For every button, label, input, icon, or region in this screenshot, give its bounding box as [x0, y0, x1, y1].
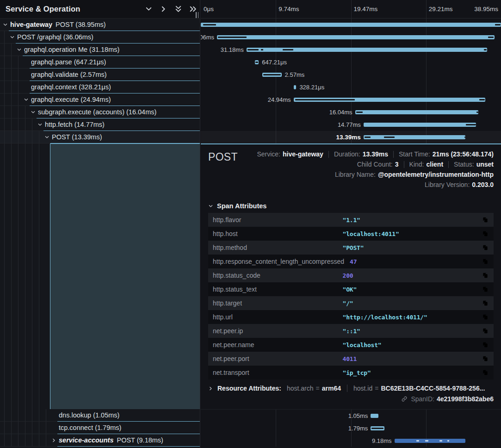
indent-guide [46, 434, 46, 447]
meta-label: Service: [257, 150, 280, 158]
copy-button[interactable] [482, 341, 489, 348]
chevron-down-icon[interactable] [24, 97, 29, 102]
attribute-value: "POST" [343, 244, 477, 251]
span-bar[interactable] [371, 414, 378, 418]
tree-row[interactable]: dns.lookup (1.05ms) [0, 409, 200, 422]
attribute-row: net.peer.ip"::1" [208, 324, 494, 338]
tree-row[interactable]: http.fetch (14.77ms) [0, 118, 200, 131]
copy-button[interactable] [482, 327, 489, 335]
tree-row[interactable]: graphql.parse (647.21μs) [0, 56, 200, 68]
timeline-row: 24.94ms [201, 93, 501, 106]
chevron-down-icon[interactable] [3, 22, 8, 27]
chevron-down-icon[interactable] [44, 135, 49, 140]
span-name: service-accountsPOST (9.18ms) [59, 436, 163, 444]
copy-button[interactable] [482, 355, 489, 362]
chevron-down-icon[interactable] [10, 35, 15, 40]
child-span-stripe [479, 99, 485, 100]
span-bar[interactable] [201, 23, 501, 27]
indent-guide [11, 409, 12, 422]
chevron-down-icon[interactable] [37, 122, 43, 127]
chevrons-down-icon[interactable] [174, 5, 182, 13]
attribute-key: net.peer.ip [213, 327, 343, 335]
span-attributes-header[interactable]: Span Attributes [208, 202, 494, 210]
tree-row[interactable]: subgraph.execute (accounts) (16.04ms) [0, 106, 200, 118]
selected-span-block-row [0, 143, 200, 409]
copy-button[interactable] [482, 216, 489, 224]
indent-guide [18, 56, 19, 68]
child-span-stripe [466, 124, 476, 125]
meta-label: Duration: [334, 150, 360, 158]
tree-row[interactable]: graphql.execute (24.94ms) [0, 93, 200, 106]
copy-button[interactable] [482, 369, 489, 376]
meta-label: Library Name: [335, 171, 376, 178]
chevron-right-icon[interactable] [51, 438, 56, 443]
span-bar[interactable] [355, 110, 478, 114]
resource-attributes-row[interactable]: Resource Attributes: host.arch=arm64host… [208, 385, 494, 392]
indent-guide [39, 422, 39, 434]
span-bar[interactable] [364, 123, 476, 127]
tree-row[interactable]: tcp.connect (1.79ms) [0, 422, 200, 434]
copy-button[interactable] [482, 313, 489, 321]
span-bar[interactable] [294, 85, 297, 89]
copy-button[interactable] [482, 286, 489, 293]
indent-guide [25, 118, 25, 131]
span-bar[interactable] [217, 35, 495, 39]
chevron-right-icon[interactable] [160, 5, 167, 13]
attribute-key: http.target [213, 299, 343, 307]
operation-name: graphql.execute (24.94ms) [31, 96, 111, 103]
indent-guide [11, 422, 12, 434]
timeline-row [201, 19, 501, 31]
attribute-row: http.status_code200 [208, 268, 494, 282]
indent-guide [11, 118, 12, 131]
tree-panel-header: Service & Operation [0, 0, 200, 19]
timeline-row: 31.18ms [201, 44, 501, 56]
chevron-down-icon[interactable] [31, 110, 36, 115]
tree-row[interactable]: service-accountsPOST (9.18ms) [0, 434, 200, 447]
operation-name: POST (38.95ms) [56, 21, 106, 28]
timeline-rows-top: 36.06ms31.18ms647.21μs2.57ms328.21μs24.9… [201, 19, 501, 143]
tree-row[interactable]: hive-gatewayPOST (38.95ms) [0, 19, 200, 31]
panel-resize-handle[interactable] [195, 12, 199, 18]
span-bar[interactable] [395, 439, 466, 443]
copy-button[interactable] [482, 230, 489, 237]
copy-button[interactable] [482, 272, 489, 279]
timeline-row: 2.57ms [201, 68, 501, 81]
copy-button[interactable] [482, 244, 489, 251]
indent-guide [18, 434, 19, 447]
indent-guide [32, 434, 32, 447]
chevron-down-icon[interactable] [17, 47, 22, 52]
copy-button[interactable] [482, 299, 489, 307]
span-duration-label: 16.04ms [329, 106, 353, 118]
indent-guide [11, 106, 12, 118]
indent-guide [18, 68, 19, 81]
gutter-separator [0, 446, 57, 447]
timeline-row: 1.79ms [201, 422, 501, 435]
selected-span-highlight[interactable] [50, 143, 200, 409]
child-span-stripe [255, 62, 258, 63]
tree-row[interactable]: graphql.validate (2.57ms) [0, 68, 200, 81]
tree-row[interactable]: graphql.operation Me (31.18ms) [0, 44, 200, 56]
indent-guide [39, 143, 39, 409]
meta-label: Library Version: [425, 181, 470, 188]
attribute-row: http.target"/" [208, 296, 494, 310]
meta-divider [448, 161, 449, 168]
span-duration-label: 1.05ms [348, 410, 368, 422]
operation-name: POST (9.18ms) [117, 436, 163, 444]
tree-row[interactable]: graphql.context (328.21μs) [0, 81, 200, 93]
meta-label: Child Count: [357, 161, 393, 168]
link-icon[interactable] [401, 396, 408, 402]
chevron-down-icon[interactable] [145, 5, 153, 13]
span-duration-label: 14.77ms [338, 118, 361, 131]
copy-button[interactable] [482, 258, 489, 265]
meta-divider [393, 151, 394, 158]
tree-row[interactable]: POST /graphql (36.06ms) [0, 31, 200, 44]
span-bar[interactable] [364, 135, 466, 139]
child-span-stripe [476, 112, 478, 113]
attribute-row: http.url"http://localhost:4011/" [208, 310, 494, 324]
indent-guide [18, 409, 19, 422]
service-name: hive-gateway [10, 21, 52, 28]
meta-value: client [426, 161, 443, 168]
span-name: http.fetch (14.77ms) [45, 121, 105, 128]
tree-row[interactable]: POST (13.39ms) [0, 131, 200, 143]
child-span-stripe [295, 99, 355, 100]
